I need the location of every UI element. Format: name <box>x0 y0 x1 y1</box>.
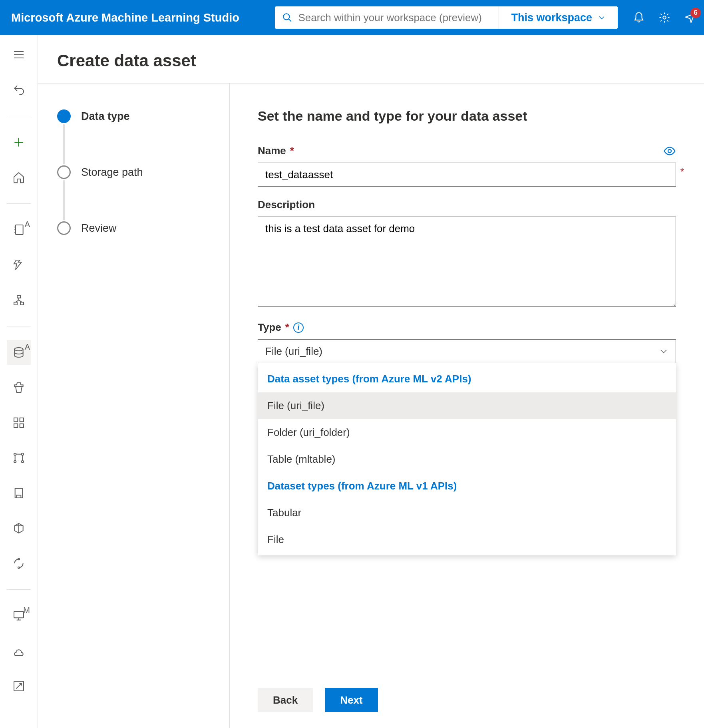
type-field: Type * i File (uri_file) Data asset type… <box>258 321 676 363</box>
nav-jobs-icon[interactable] <box>7 375 31 400</box>
type-select[interactable]: File (uri_file) <box>258 339 676 363</box>
step-connector <box>63 180 65 220</box>
wizard-steps: Data type Storage path Review <box>38 84 230 728</box>
step-review[interactable]: Review <box>57 220 210 236</box>
workspace-scope-label: This workspace <box>511 12 592 24</box>
back-button[interactable]: Back <box>258 688 313 712</box>
nav-pipelines-icon[interactable] <box>7 446 31 470</box>
nav-automl-icon[interactable] <box>7 253 31 277</box>
notification-badge: 6 <box>690 8 701 18</box>
search-input[interactable] <box>298 12 491 24</box>
step-label: Review <box>81 222 117 235</box>
name-label: Name <box>258 145 286 157</box>
nav-linked-icon[interactable] <box>7 674 31 698</box>
workspace-scope-button[interactable]: This workspace <box>499 6 618 29</box>
nav-designer-icon[interactable] <box>7 288 31 312</box>
left-nav: A A M <box>0 35 38 728</box>
svg-point-0 <box>284 14 290 20</box>
svg-rect-8 <box>16 225 23 235</box>
type-selected-value: File (uri_file) <box>265 345 322 358</box>
svg-point-2 <box>663 16 666 19</box>
next-button[interactable]: Next <box>325 688 378 712</box>
form-area: Set the name and type for your data asse… <box>230 84 704 728</box>
nav-datastores-icon[interactable] <box>7 638 31 663</box>
svg-rect-20 <box>20 418 24 422</box>
preview-icon[interactable] <box>663 145 676 160</box>
nav-endpoints-icon[interactable] <box>7 551 31 576</box>
svg-rect-13 <box>14 302 17 305</box>
nav-back-icon[interactable] <box>7 78 31 102</box>
step-connector <box>63 124 65 164</box>
required-indicator: * <box>285 321 289 334</box>
search-icon <box>282 12 292 23</box>
dropdown-option-file[interactable]: File <box>258 526 676 553</box>
svg-rect-30 <box>15 488 23 498</box>
required-indicator-outer: * <box>680 166 684 177</box>
feedback-icon[interactable]: 6 <box>684 12 696 24</box>
nav-data-icon[interactable]: A <box>7 340 31 365</box>
dropdown-option-uri-folder[interactable]: Folder (uri_folder) <box>258 419 676 446</box>
step-dot-icon <box>57 165 71 179</box>
svg-line-1 <box>289 19 292 22</box>
page-header: Create data asset <box>38 35 704 84</box>
dropdown-option-mltable[interactable]: Table (mltable) <box>258 446 676 473</box>
nav-environments-icon[interactable] <box>7 481 31 505</box>
app-title: Microsoft Azure Machine Learning Studio <box>8 11 239 24</box>
step-storage-path[interactable]: Storage path <box>57 164 210 180</box>
chevron-down-icon <box>598 14 606 22</box>
svg-rect-19 <box>14 418 18 422</box>
nav-add-icon[interactable] <box>7 130 31 155</box>
settings-icon[interactable] <box>658 12 670 24</box>
svg-point-24 <box>22 453 24 455</box>
type-label: Type <box>258 321 281 334</box>
svg-point-38 <box>668 149 671 153</box>
description-input[interactable] <box>258 217 676 307</box>
description-label: Description <box>258 199 315 211</box>
svg-rect-12 <box>17 295 20 298</box>
svg-point-23 <box>14 453 16 455</box>
notifications-icon[interactable] <box>633 12 645 24</box>
svg-rect-14 <box>20 302 24 305</box>
type-dropdown: Data asset types (from Azure ML v2 APIs)… <box>258 363 676 555</box>
name-input[interactable] <box>258 163 676 187</box>
info-icon[interactable]: i <box>293 322 304 333</box>
wizard-footer: Back Next <box>258 672 676 712</box>
nav-models-icon[interactable] <box>7 516 31 541</box>
step-label: Data type <box>81 110 130 123</box>
svg-rect-34 <box>14 611 24 618</box>
svg-point-18 <box>14 348 23 351</box>
chevron-down-icon <box>659 346 668 356</box>
topbar: Microsoft Azure Machine Learning Studio … <box>0 0 704 35</box>
nav-notebooks-icon[interactable]: A <box>7 217 31 242</box>
dropdown-option-uri-file[interactable]: File (uri_file) <box>258 392 676 419</box>
dropdown-group-header: Data asset types (from Azure ML v2 APIs) <box>258 366 676 392</box>
step-dot-icon <box>57 221 71 235</box>
nav-components-icon[interactable] <box>7 410 31 435</box>
step-label: Storage path <box>81 166 143 179</box>
step-data-type[interactable]: Data type <box>57 108 210 124</box>
step-dot-icon <box>57 109 71 123</box>
nav-compute-icon[interactable]: M <box>7 603 31 628</box>
page-title: Create data asset <box>57 51 685 70</box>
description-field: Description <box>258 199 676 309</box>
main-content: Create data asset Data type Storage path… <box>38 35 704 728</box>
svg-point-25 <box>14 461 16 463</box>
svg-rect-21 <box>14 424 18 428</box>
dropdown-option-tabular[interactable]: Tabular <box>258 499 676 526</box>
svg-point-26 <box>22 461 24 463</box>
svg-rect-31 <box>17 495 21 498</box>
required-indicator: * <box>290 145 294 157</box>
form-heading: Set the name and type for your data asse… <box>258 108 676 124</box>
svg-rect-22 <box>20 424 24 428</box>
nav-menu-icon[interactable] <box>7 42 31 67</box>
search-container: This workspace <box>275 6 618 29</box>
nav-home-icon[interactable] <box>7 165 31 190</box>
dropdown-group-header: Dataset types (from Azure ML v1 APIs) <box>258 473 676 499</box>
name-field: Name * * <box>258 145 676 187</box>
